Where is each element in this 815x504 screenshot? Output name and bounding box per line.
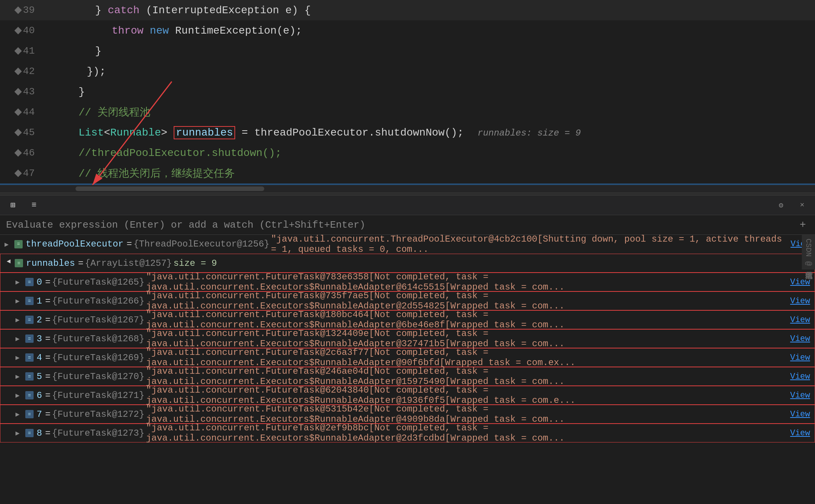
runnables-type: {ArrayList@1257}: [85, 258, 172, 268]
item-value: "java.util.concurrent.FutureTask@783e635…: [146, 272, 790, 292]
code-line-39: 39} catch (InterruptedException e) {: [0, 0, 815, 20]
item-type: {FutureTask@1273}: [52, 428, 145, 438]
expand-arrow-open[interactable]: ▼: [5, 259, 12, 267]
debug-row-item-8[interactable]: ▶ = 8 = {FutureTask@1273} "java.util.con…: [0, 424, 815, 442]
item-icon: =: [25, 372, 34, 381]
item-icon: =: [25, 353, 34, 362]
code-text-40: throw new RuntimeException(e);: [42, 25, 815, 37]
expand-arrow-item[interactable]: ▶: [15, 372, 23, 381]
item-value: "java.util.concurrent.FutureTask@735f7ae…: [146, 291, 790, 311]
expand-arrow-item[interactable]: ▶: [15, 278, 23, 286]
code-line-41: 41}: [0, 41, 815, 61]
close-button[interactable]: ×: [795, 199, 809, 212]
debug-row-runnables[interactable]: ▼ = runnables = {ArrayList@1257} size = …: [0, 254, 815, 273]
debug-diamond-icon: [14, 88, 22, 96]
item-type: {FutureTask@1267}: [52, 315, 145, 325]
expand-arrow-item[interactable]: ▶: [15, 429, 23, 437]
item-type: {FutureTask@1271}: [52, 390, 145, 401]
code-text-41: }: [42, 45, 815, 57]
item-index: 6: [37, 390, 42, 401]
line-number: 47: [23, 168, 35, 179]
expand-arrow[interactable]: ▶: [5, 240, 12, 248]
item-view-link[interactable]: View: [790, 391, 810, 400]
item-view-link[interactable]: View: [790, 334, 810, 344]
gear-icon: ⚙: [779, 200, 783, 210]
item-index: 2: [37, 315, 42, 325]
horizontal-scrollbar[interactable]: [0, 185, 815, 193]
item-view-link[interactable]: View: [790, 353, 810, 362]
var-eq: =: [126, 239, 132, 249]
debug-toolbar: ⊞ ≡ ⚙ ×: [0, 196, 815, 215]
item-type: {FutureTask@1265}: [52, 277, 145, 287]
item-eq: =: [45, 353, 50, 363]
expand-arrow-item[interactable]: ▶: [15, 410, 23, 418]
item-icon: =: [25, 316, 34, 324]
item-view-link[interactable]: View: [790, 277, 810, 287]
gear-button[interactable]: ⚙: [774, 199, 788, 212]
add-watch-button[interactable]: +: [797, 217, 809, 232]
var-value: "java.util.concurrent.ThreadPoolExecutor…: [271, 235, 790, 254]
line-gutter-47: 47: [0, 168, 42, 179]
code-line-44: 44// 关闭线程池: [0, 102, 815, 122]
line-number: 40: [23, 25, 35, 36]
debug-diamond-icon: [14, 47, 22, 55]
close-icon: ×: [800, 201, 804, 210]
debug-section: ⊞ ≡ ⚙ × Evaluate expression (Enter) or a…: [0, 196, 815, 504]
expand-arrow-item[interactable]: ▶: [15, 297, 23, 305]
item-view-link[interactable]: View: [790, 410, 810, 419]
debug-diamond-icon: [14, 108, 22, 116]
item-view-link[interactable]: View: [790, 372, 810, 381]
layout-icon-button[interactable]: ⊞: [6, 199, 20, 212]
line-gutter-39: 39: [0, 5, 42, 16]
item-eq: =: [45, 371, 50, 382]
code-line-47: 47// 线程池关闭后，继续提交任务: [0, 163, 815, 183]
item-index: 0: [37, 277, 42, 287]
item-value: "java.util.concurrent.FutureTask@180bc46…: [146, 310, 790, 330]
code-text-44: // 关闭线程池: [42, 105, 815, 119]
expand-arrow-item[interactable]: ▶: [15, 334, 23, 343]
expand-arrow-item[interactable]: ▶: [15, 353, 23, 362]
line-gutter-41: 41: [0, 45, 42, 57]
expand-arrow-item[interactable]: ▶: [15, 391, 23, 399]
debug-row-item-2[interactable]: ▶ = 2 = {FutureTask@1267} "java.util.con…: [0, 310, 815, 329]
debug-row-item-3[interactable]: ▶ = 3 = {FutureTask@1268} "java.util.con…: [0, 329, 815, 348]
var-name: threadPoolExecutor: [26, 239, 123, 249]
item-index: 5: [37, 371, 42, 382]
expand-arrow-item[interactable]: ▶: [15, 316, 23, 324]
code-line-42: 42});: [0, 61, 815, 82]
line-number: 44: [23, 106, 35, 118]
debug-diamond-icon: [14, 27, 22, 34]
debug-row-item-6[interactable]: ▶ = 6 = {FutureTask@1271} "java.util.con…: [0, 386, 815, 405]
scrollbar-thumb[interactable]: [75, 186, 264, 191]
line-number: 42: [23, 66, 35, 77]
item-index: 4: [37, 353, 42, 363]
debug-row-item-5[interactable]: ▶ = 5 = {FutureTask@1270} "java.util.con…: [0, 367, 815, 386]
item-type: {FutureTask@1270}: [52, 371, 145, 382]
debug-row-item-1[interactable]: ▶ = 1 = {FutureTask@1266} "java.util.con…: [0, 291, 815, 310]
line-gutter-46: 46: [0, 147, 42, 159]
item-icon: =: [25, 429, 34, 437]
var-eq: =: [78, 258, 83, 268]
debug-row-item-0[interactable]: ▶ = 0 = {FutureTask@1265} "java.util.con…: [0, 273, 815, 291]
debug-diamond-icon: [14, 68, 22, 75]
item-icon: =: [25, 278, 34, 286]
watch-placeholder-text: Evaluate expression (Enter) or add a wat…: [6, 219, 365, 231]
list-icon-button[interactable]: ≡: [27, 199, 41, 212]
debug-row-threadpool[interactable]: ▶ = threadPoolExecutor = {ThreadPoolExec…: [0, 235, 815, 254]
item-value: "java.util.concurrent.FutureTask@1324409…: [146, 328, 790, 349]
item-view-link[interactable]: View: [790, 296, 810, 306]
item-view-link[interactable]: View: [790, 428, 810, 438]
list-icon: ≡: [31, 200, 36, 210]
item-icon: =: [25, 334, 34, 343]
item-view-link[interactable]: View: [790, 315, 810, 325]
code-editor: 39} catch (InterruptedException e) {40th…: [0, 0, 815, 185]
debug-row-item-7[interactable]: ▶ = 7 = {FutureTask@1272} "java.util.con…: [0, 405, 815, 424]
code-line-46: 46//threadPoolExecutor.shutdown();: [0, 143, 815, 163]
debug-row-item-4[interactable]: ▶ = 4 = {FutureTask@1269} "java.util.con…: [0, 348, 815, 367]
line-number: 39: [23, 5, 35, 16]
separator: [0, 193, 815, 196]
debug-diamond-icon: [14, 170, 22, 177]
item-value: "java.util.concurrent.FutureTask@6204384…: [146, 385, 790, 405]
debug-diamond-icon: [14, 149, 22, 157]
item-index: 8: [37, 428, 42, 438]
